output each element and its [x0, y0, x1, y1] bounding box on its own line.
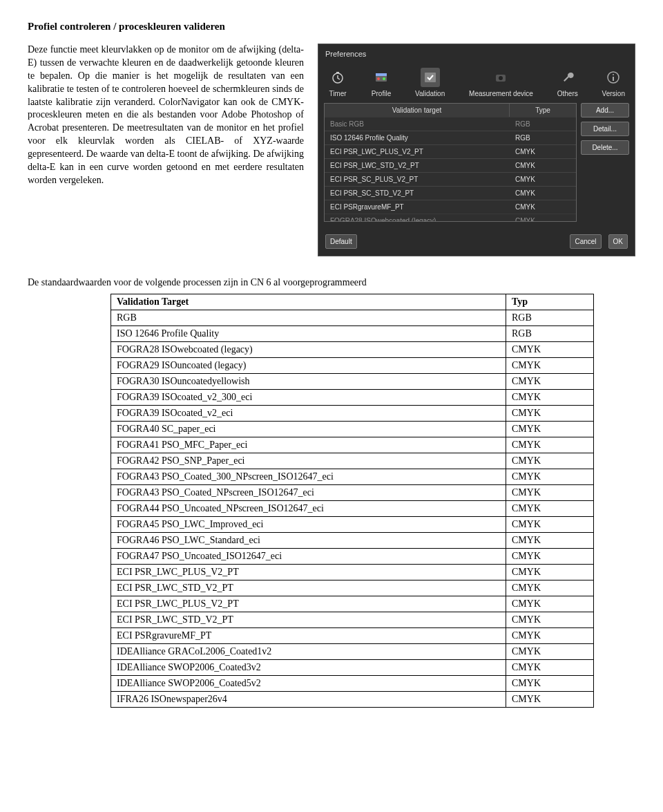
cell-typ: CMYK — [506, 628, 594, 644]
table-row[interactable]: ECI PSR_LWC_PLUS_V2_PTCMYK — [325, 144, 576, 158]
tab-validation[interactable]: Validation — [411, 66, 449, 99]
cell-typ: CMYK — [506, 660, 594, 676]
table-row: FOGRA29 ISOuncoated (legacy)CMYK — [111, 358, 594, 374]
cell-typ: CMYK — [506, 469, 594, 485]
cell-target: FOGRA39 ISOcoated_v2_300_eci — [111, 390, 506, 406]
cell-target: Basic RGB — [325, 117, 510, 131]
cell-type: CMYK — [510, 214, 576, 222]
table-row: FOGRA45 PSO_LWC_Improved_eciCMYK — [111, 517, 594, 533]
cell-target: FOGRA43 PSO_Coated_300_NPscreen_ISO12647… — [111, 469, 506, 485]
cell-typ: RGB — [506, 326, 594, 342]
cancel-button[interactable]: Cancel — [570, 234, 601, 249]
cell-typ: CMYK — [506, 692, 594, 708]
add-button[interactable]: Add... — [581, 103, 629, 117]
device-icon — [491, 68, 510, 87]
cell-typ: CMYK — [506, 453, 594, 469]
dialog-title: Preferences — [318, 44, 635, 64]
table-row[interactable]: FOGRA28 ISOwebcoated (legacy)CMYK — [325, 214, 576, 222]
cell-typ: CMYK — [506, 422, 594, 437]
table-row: IDEAlliance GRACoL2006_Coated1v2CMYK — [111, 644, 594, 660]
ok-button[interactable]: OK — [608, 234, 628, 249]
cell-typ: CMYK — [506, 390, 594, 406]
cell-target: ECI PSR_LWC_PLUS_V2_PT — [325, 145, 510, 158]
table-row[interactable]: ISO 12646 Profile QualityRGB — [325, 131, 576, 144]
cell-typ: CMYK — [506, 596, 594, 612]
table-row: FOGRA43 PSO_Coated_300_NPscreen_ISO12647… — [111, 469, 594, 485]
col-header-target: Validation Target — [111, 294, 506, 310]
table-row[interactable]: ECI PSR_LWC_STD_V2_PTCMYK — [325, 158, 576, 172]
table-header-row: Validation target Type — [325, 104, 576, 117]
detail-button[interactable]: Detail... — [581, 122, 629, 136]
preferences-dialog: Preferences Timer Profile — [318, 44, 635, 256]
cell-type: CMYK — [510, 159, 576, 172]
tab-label: Measurement device — [469, 90, 533, 97]
table-row: IDEAlliance SWOP2006_Coated5v2CMYK — [111, 676, 594, 692]
cell-target: FOGRA46 PSO_LWC_Standard_eci — [111, 533, 506, 549]
cell-target: RGB — [111, 310, 506, 326]
table-row: ECI PSR_LWC_STD_V2_PTCMYK — [111, 612, 594, 628]
table-row: FOGRA30 ISOuncoatedyellowishCMYK — [111, 374, 594, 390]
col-header-typ: Typ — [506, 294, 594, 310]
default-button[interactable]: Default — [325, 234, 357, 249]
table-row: FOGRA39 ISOcoated_v2_eciCMYK — [111, 406, 594, 422]
cell-type: CMYK — [510, 145, 576, 158]
table-row: FOGRA41 PSO_MFC_Paper_eciCMYK — [111, 437, 594, 453]
table-row[interactable]: Basic RGBRGB — [325, 117, 576, 131]
table-row: FOGRA40 SC_paper_eciCMYK — [111, 422, 594, 437]
tab-measurement-device[interactable]: Measurement device — [465, 66, 537, 99]
svg-point-4 — [383, 77, 385, 80]
table-row[interactable]: ECI PSR_SC_STD_V2_PTCMYK — [325, 186, 576, 200]
cell-target: ECI PSR_SC_PLUS_V2_PT — [325, 173, 510, 186]
table-row: ECI PSR_LWC_STD_V2_PTCMYK — [111, 580, 594, 596]
cell-type: RGB — [510, 131, 576, 144]
table-row: IFRA26 ISOnewspaper26v4CMYK — [111, 692, 594, 708]
svg-rect-10 — [613, 77, 614, 81]
cell-target: FOGRA47 PSO_Uncoated_ISO12647_eci — [111, 549, 506, 565]
preferences-dialog-column: Preferences Timer Profile — [318, 44, 635, 256]
cell-target: FOGRA28 ISOwebcoated (legacy) — [111, 342, 506, 358]
two-column-layout: Deze functie meet kleurvlakken op de mon… — [28, 44, 635, 256]
validation-targets-table[interactable]: Validation target Type Basic RGBRGBISO 1… — [324, 103, 577, 222]
cell-target: FOGRA42 PSO_SNP_Paper_eci — [111, 453, 506, 469]
cell-typ: RGB — [506, 310, 594, 326]
tab-timer[interactable]: Timer — [324, 66, 352, 99]
cell-target: FOGRA39 ISOcoated_v2_eci — [111, 406, 506, 422]
cell-type: CMYK — [510, 187, 576, 200]
cell-typ: CMYK — [506, 358, 594, 374]
cell-target: IFRA26 ISOnewspaper26v4 — [111, 692, 506, 708]
cell-typ: CMYK — [506, 676, 594, 692]
cell-target: ECI PSRgravureMF_PT — [111, 628, 506, 644]
cell-target: FOGRA28 ISOwebcoated (legacy) — [325, 214, 510, 222]
table-row[interactable]: ECI PSR_SC_PLUS_V2_PTCMYK — [325, 172, 576, 186]
svg-point-9 — [613, 74, 614, 75]
tab-label: Validation — [415, 90, 445, 97]
cell-target: ISO 12646 Profile Quality — [325, 131, 510, 144]
cell-target: FOGRA41 PSO_MFC_Paper_eci — [111, 437, 506, 453]
cell-type: RGB — [510, 117, 576, 131]
cell-typ: CMYK — [506, 374, 594, 390]
cell-typ: CMYK — [506, 517, 594, 533]
tab-profile[interactable]: Profile — [367, 66, 395, 99]
cell-target: FOGRA45 PSO_LWC_Improved_eci — [111, 517, 506, 533]
table-row: ECI PSR_LWC_PLUS_V2_PTCMYK — [111, 565, 594, 580]
cell-typ: CMYK — [506, 549, 594, 565]
tab-version[interactable]: Version — [598, 66, 629, 99]
table-row: IDEAlliance SWOP2006_Coated3v2CMYK — [111, 660, 594, 676]
cell-typ: CMYK — [506, 612, 594, 628]
cell-type: CMYK — [510, 200, 576, 214]
cell-target: ECI PSR_LWC_PLUS_V2_PT — [111, 565, 506, 580]
cell-target: ECI PSR_LWC_STD_V2_PT — [111, 612, 506, 628]
delete-button[interactable]: Delete... — [581, 140, 629, 155]
cell-target: FOGRA40 SC_paper_eci — [111, 422, 506, 437]
table-row: FOGRA44 PSO_Uncoated_NPscreen_ISO12647_e… — [111, 501, 594, 517]
validation-targets-main-table: Validation Target Typ RGBRGBISO 12646 Pr… — [110, 294, 594, 708]
cell-target: ISO 12646 Profile Quality — [111, 326, 506, 342]
table-row[interactable]: ECI PSRgravureMF_PTCMYK — [325, 200, 576, 214]
table-row: ECI PSR_LWC_PLUS_V2_PTCMYK — [111, 596, 594, 612]
table-row: FOGRA28 ISOwebcoated (legacy)CMYK — [111, 342, 594, 358]
tab-others[interactable]: Others — [553, 66, 582, 99]
body-paragraph: Deze functie meet kleurvlakken op de mon… — [28, 44, 304, 187]
clock-icon — [328, 68, 347, 87]
cell-typ: CMYK — [506, 406, 594, 422]
svg-rect-1 — [336, 72, 339, 73]
